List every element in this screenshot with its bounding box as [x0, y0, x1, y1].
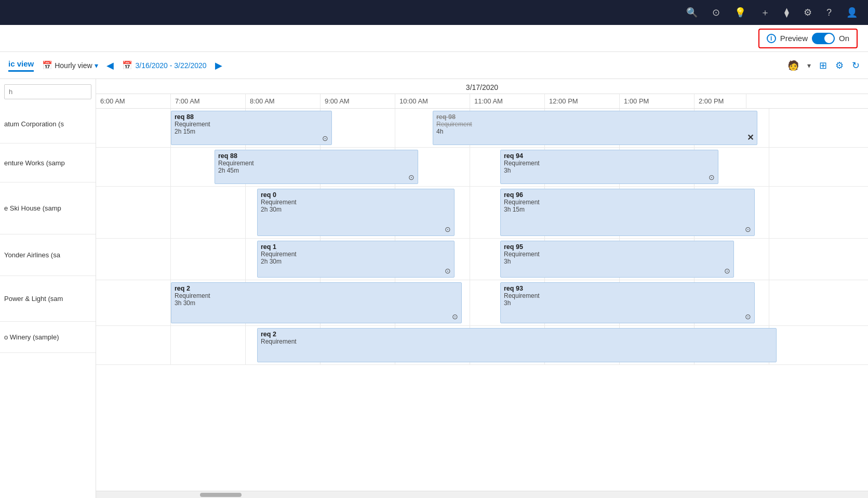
grid-row-0: req 88Requirement2h 15m⊙req 98Requiremen… — [96, 109, 868, 148]
grid-cell-2-1 — [171, 187, 246, 238]
event-card-row1-0[interactable]: req 88Requirement2h 45m⊙ — [215, 150, 418, 184]
event-type: Requirement — [261, 199, 451, 206]
settings-icon[interactable]: ⚙ — [804, 7, 812, 18]
horizontal-scrollbar[interactable] — [96, 491, 868, 498]
event-duration: 2h 30m — [261, 206, 451, 213]
checkmark-circle-icon[interactable]: ⊙ — [712, 7, 720, 18]
time-cell-6: 12:00 PM — [545, 94, 620, 108]
event-schedule-icon: ⊙ — [452, 312, 458, 321]
time-cell-2: 8:00 AM — [246, 94, 321, 108]
event-duration: 2h 30m — [261, 258, 451, 265]
event-schedule-icon: ⊙ — [709, 173, 715, 181]
event-title: req 2 — [175, 285, 458, 292]
event-card-row0-0[interactable]: req 88Requirement2h 15m⊙ — [171, 111, 332, 145]
time-cell-7: 1:00 PM — [620, 94, 695, 108]
schedule-area: 3/17/2020 6:00 AM 7:00 AM 8:00 AM 9:00 A… — [96, 79, 868, 498]
event-duration: 2h 15m — [175, 128, 328, 135]
event-card-row3-0[interactable]: req 1Requirement2h 30m⊙ — [257, 241, 455, 278]
event-type: Requirement — [175, 121, 328, 128]
event-schedule-icon: ⊙ — [724, 267, 730, 275]
refresh-icon[interactable]: ↻ — [852, 60, 860, 71]
help-icon[interactable]: ? — [826, 7, 832, 18]
event-type: Requirement — [436, 121, 754, 128]
event-title: req 98 — [436, 113, 754, 121]
hourly-view-button[interactable]: 📅 Hourly view ▾ — [42, 60, 98, 70]
event-type: Requirement — [218, 160, 415, 167]
toolbar-right-actions: 🧑 ▾ ⊞ ⚙ ↻ — [787, 60, 860, 71]
toggle-track[interactable] — [812, 33, 835, 44]
time-cell-4: 10:00 AM — [395, 94, 470, 108]
event-type: Requirement — [504, 292, 751, 299]
main-layout: atum Corporation (s enture Works (samp e… — [0, 79, 868, 498]
event-title: req 95 — [504, 243, 730, 251]
event-card-row2-0[interactable]: req 0Requirement2h 30m⊙ — [257, 189, 455, 236]
grid-cell-4-0 — [96, 280, 171, 325]
prev-button[interactable]: ◀ — [102, 58, 118, 73]
event-type: Requirement — [261, 251, 451, 258]
toggle-thumb — [824, 34, 834, 43]
event-type: Requirement — [504, 160, 715, 167]
sidebar-row-label-3: Yonder Airlines (sa — [4, 251, 60, 259]
time-cell-1: 7:00 AM — [171, 94, 246, 108]
event-card-row4-1[interactable]: req 93Requirement3h⊙ — [500, 282, 755, 323]
sidebar-row-label-1: enture Works (samp — [4, 159, 65, 167]
sidebar: atum Corporation (s enture Works (samp e… — [0, 79, 96, 498]
event-close-icon[interactable]: ✕ — [747, 133, 754, 142]
event-title: req 1 — [261, 243, 451, 251]
tab-ic-view[interactable]: ic view — [8, 59, 34, 72]
chevron-down-icon[interactable]: ▾ — [807, 61, 811, 70]
grid-view-icon[interactable]: ⊞ — [819, 60, 827, 71]
lightbulb-icon[interactable]: 💡 — [735, 7, 746, 18]
preview-toggle[interactable] — [812, 33, 835, 44]
event-title: req 88 — [175, 113, 328, 121]
time-cell-3: 9:00 AM — [321, 94, 395, 108]
filter-icon[interactable]: ⧫ — [784, 7, 789, 18]
grid-row-4: req 2Requirement3h 30m⊙req 93Requirement… — [96, 280, 868, 326]
event-title: req 2 — [261, 331, 773, 338]
event-schedule-icon: ⊙ — [322, 134, 328, 142]
event-title: req 94 — [504, 152, 715, 160]
sidebar-row-label-4: Power & Light (sam — [4, 295, 63, 303]
event-card-row4-0[interactable]: req 2Requirement3h 30m⊙ — [171, 282, 462, 323]
person-icon[interactable]: 👤 — [846, 7, 858, 18]
preview-bar: i Preview On — [0, 25, 868, 52]
next-button[interactable]: ▶ — [211, 58, 226, 73]
info-icon[interactable]: i — [767, 34, 776, 43]
event-title: req 93 — [504, 285, 751, 292]
time-cell-0: 6:00 AM — [96, 94, 171, 108]
grid-row-3: req 1Requirement2h 30m⊙req 95Requirement… — [96, 239, 868, 280]
date-range-button[interactable]: 📅 3/16/2020 - 3/22/2020 — [122, 60, 207, 70]
event-card-row3-1[interactable]: req 95Requirement3h⊙ — [500, 241, 734, 278]
grid-cell-1-0 — [96, 148, 171, 186]
grid-cell-0-0 — [96, 109, 171, 147]
time-cell-5: 11:00 AM — [470, 94, 545, 108]
sidebar-row-5: o Winery (sample) — [0, 322, 96, 353]
hourly-view-label: Hourly view — [55, 61, 92, 70]
grid-rows: req 88Requirement2h 15m⊙req 98Requiremen… — [96, 109, 868, 491]
scrollbar-thumb[interactable] — [200, 493, 242, 497]
event-card-row1-1[interactable]: req 94Requirement3h⊙ — [500, 150, 718, 184]
sidebar-row-label-0: atum Corporation (s — [4, 120, 64, 128]
sidebar-rows: atum Corporation (s enture Works (samp e… — [0, 104, 96, 498]
event-card-row2-1[interactable]: req 96Requirement3h 15m⊙ — [500, 189, 755, 236]
event-duration: 2h 45m — [218, 167, 415, 174]
event-card-row0-1[interactable]: req 98Requirement4h✕ — [433, 111, 757, 145]
date-range-label: 3/16/2020 - 3/22/2020 — [136, 61, 207, 70]
search-input[interactable] — [4, 84, 91, 99]
event-card-row5-0[interactable]: req 2Requirement — [257, 328, 777, 362]
event-schedule-icon: ⊙ — [408, 173, 415, 181]
main-toolbar: ic view 📅 Hourly view ▾ ◀ 📅 3/16/2020 - … — [0, 52, 868, 79]
plus-icon[interactable]: ＋ — [760, 6, 770, 19]
event-title: req 88 — [218, 152, 415, 160]
time-cell-8: 2:00 PM — [695, 94, 746, 108]
search-icon[interactable]: 🔍 — [686, 7, 698, 18]
grid-cell-5-0 — [96, 326, 171, 364]
grid-row-2: req 0Requirement2h 30m⊙req 96Requirement… — [96, 187, 868, 239]
sidebar-row-label-5: o Winery (sample) — [4, 333, 59, 341]
event-schedule-icon: ⊙ — [745, 225, 751, 233]
resource-icon[interactable]: 🧑 — [787, 60, 799, 71]
grid-row-1: req 88Requirement2h 45m⊙req 94Requiremen… — [96, 148, 868, 187]
settings2-icon[interactable]: ⚙ — [835, 60, 844, 71]
sidebar-row-0: atum Corporation (s — [0, 104, 96, 143]
sidebar-row-2: e Ski House (samp — [0, 182, 96, 234]
